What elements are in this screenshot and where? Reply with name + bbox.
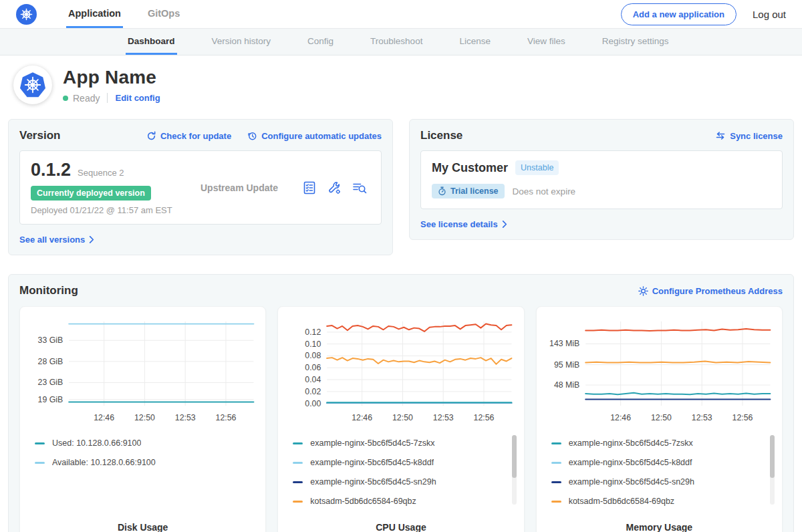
current-version-row: 0.1.2 Sequence 2 Currently deployed vers…: [19, 150, 382, 225]
license-summary-row: My Customer Unstable Trial license Does …: [420, 150, 783, 209]
svg-text:12:53: 12:53: [691, 413, 712, 422]
svg-text:48 MiB: 48 MiB: [554, 380, 579, 390]
legend-item: kotsadm-5db6dc6584-69qbz: [551, 492, 775, 511]
svg-text:28 GiB: 28 GiB: [38, 357, 63, 366]
svg-text:0.08: 0.08: [305, 351, 321, 360]
legend-label: kotsadm-5db6dc6584-69qbz: [310, 497, 416, 506]
scrollbar-thumb[interactable]: [770, 435, 775, 478]
line-chart-svg: 12:4612:5012:5312:56143 MiB95 MiB48 MiB: [543, 315, 775, 427]
app-avatar: [13, 65, 52, 104]
svg-text:12:53: 12:53: [175, 413, 196, 422]
tab-version-history[interactable]: Version history: [210, 29, 273, 55]
chart-title: Disk Usage: [27, 514, 259, 532]
legend-swatch: [293, 442, 303, 444]
config-wrench-icon[interactable]: [327, 180, 342, 195]
configure-prometheus-link[interactable]: Configure Prometheus Address: [638, 286, 783, 296]
preflight-checklist-icon[interactable]: [302, 180, 317, 195]
svg-text:12:56: 12:56: [732, 413, 753, 422]
gear-icon: [638, 286, 648, 296]
cpu-usage-chart-card: 12:4612:5012:5312:560.120.100.080.060.04…: [277, 306, 524, 532]
configure-automatic-updates-link[interactable]: Configure automatic updates: [247, 131, 382, 141]
tab-license[interactable]: License: [457, 29, 493, 55]
sequence-label: Sequence 2: [78, 168, 124, 178]
legend-swatch: [293, 501, 303, 503]
cpu-usage-plot: 12:4612:5012:5312:560.120.100.080.060.04…: [285, 315, 517, 427]
customer-name: My Customer: [432, 161, 508, 175]
legend-item: example-nginx-5bc6f5d4c5-k8ddf: [551, 453, 775, 473]
chart-title: CPU Usage: [285, 514, 517, 532]
check-for-update-link[interactable]: Check for update: [146, 131, 231, 141]
chevron-right-icon: [502, 221, 507, 228]
legend-scrollbar[interactable]: [770, 435, 775, 505]
tab-dashboard[interactable]: Dashboard: [126, 29, 177, 55]
deployed-timestamp: Deployed 01/21/22 @ 11:57 am EST: [31, 205, 196, 215]
legend-label: example-nginx-5bc6f5d4c5-7zskx: [569, 438, 693, 448]
svg-text:0.04: 0.04: [305, 375, 321, 384]
svg-text:33 GiB: 33 GiB: [38, 336, 63, 345]
legend-scrollbar[interactable]: [512, 435, 517, 505]
license-card: License Sync license My Customer Unstabl…: [409, 119, 794, 240]
app-header: App Name Ready Edit config: [0, 55, 802, 118]
cpu-usage-legend: example-nginx-5bc6f5d4c5-7zskxexample-ng…: [285, 434, 517, 514]
legend-label: example-nginx-5bc6f5d4c5-sn29h: [310, 477, 436, 487]
nav-tab-gitops[interactable]: GitOps: [146, 0, 182, 28]
legend-swatch: [35, 442, 45, 444]
memory-usage-plot: 12:4612:5012:5312:56143 MiB95 MiB48 MiB: [543, 315, 775, 427]
svg-text:0.06: 0.06: [305, 363, 321, 372]
add-application-button[interactable]: Add a new application: [621, 3, 737, 25]
kubernetes-heptagon-icon: [19, 71, 47, 99]
sync-arrows-icon: [715, 131, 726, 140]
license-type-badge: Trial license: [432, 184, 505, 198]
svg-text:12:46: 12:46: [352, 413, 373, 422]
edit-config-link[interactable]: Edit config: [115, 93, 160, 103]
license-card-title: License: [420, 129, 462, 142]
disk-usage-chart-card: 12:4612:5012:5312:5633 GiB28 GiB23 GiB19…: [19, 306, 266, 532]
svg-text:0.10: 0.10: [305, 340, 321, 349]
svg-text:12:56: 12:56: [474, 413, 495, 422]
license-expiry: Does not expire: [513, 186, 576, 196]
legend-item: kotsadm-5db6dc6584-69qbz: [293, 492, 517, 511]
status-label: Ready: [73, 93, 100, 104]
sync-license-link[interactable]: Sync license: [715, 131, 783, 141]
legend-swatch: [551, 462, 561, 464]
see-license-details-link[interactable]: See license details: [420, 219, 507, 229]
legend-label: example-nginx-5bc6f5d4c5-7zskx: [310, 438, 434, 448]
helm-wheel-icon: [20, 8, 33, 21]
scrollbar-thumb[interactable]: [512, 435, 517, 478]
tab-view-files[interactable]: View files: [525, 29, 567, 55]
legend-label: kotsadm-5db6dc6584-69qbz: [569, 497, 674, 506]
svg-text:0.02: 0.02: [305, 387, 321, 396]
divider: [107, 93, 108, 103]
legend-swatch: [293, 462, 303, 464]
svg-text:19 GiB: 19 GiB: [38, 395, 63, 404]
legend-item: example-nginx-5bc6f5d4c5-sn29h: [293, 473, 517, 492]
disk-usage-legend: Used: 10.128.0.66:9100Available: 10.128.…: [27, 434, 259, 514]
clock-schedule-icon: [247, 131, 257, 141]
svg-text:12:53: 12:53: [433, 413, 454, 422]
see-all-versions-link[interactable]: See all versions: [19, 235, 94, 245]
monitoring-title: Monitoring: [19, 284, 78, 297]
tab-config[interactable]: Config: [305, 29, 336, 55]
tab-troubleshoot[interactable]: Troubleshoot: [368, 29, 424, 55]
legend-item: example-nginx-5bc6f5d4c5-sn29h: [551, 473, 775, 492]
legend-label: example-nginx-5bc6f5d4c5-sn29h: [569, 477, 694, 487]
svg-text:143 MiB: 143 MiB: [549, 339, 579, 348]
memory-usage-legend: example-nginx-5bc6f5d4c5-7zskxexample-ng…: [543, 434, 775, 514]
tab-registry-settings[interactable]: Registry settings: [600, 29, 671, 55]
deployed-badge: Currently deployed version: [31, 186, 151, 201]
app-sub-nav: Dashboard Version history Config Trouble…: [0, 29, 802, 55]
logout-button[interactable]: Log out: [753, 9, 786, 20]
svg-text:12:50: 12:50: [651, 413, 672, 422]
legend-item: example-nginx-5bc6f5d4c5-7zskx: [551, 434, 775, 453]
legend-item: Used: 10.128.0.66:9100: [35, 434, 259, 453]
refresh-icon: [146, 131, 156, 141]
status-dot: [63, 96, 68, 101]
legend-item: example-nginx-5bc6f5d4c5-k8ddf: [293, 453, 517, 473]
nav-tab-application[interactable]: Application: [66, 0, 123, 28]
file-search-icon[interactable]: [352, 180, 368, 195]
chart-title: Memory Usage: [543, 514, 775, 532]
legend-item: example-nginx-5bc6f5d4c5-7zskx: [293, 434, 517, 453]
legend-swatch: [293, 481, 303, 483]
svg-text:95 MiB: 95 MiB: [554, 360, 579, 370]
kubernetes-logo: [16, 4, 37, 25]
